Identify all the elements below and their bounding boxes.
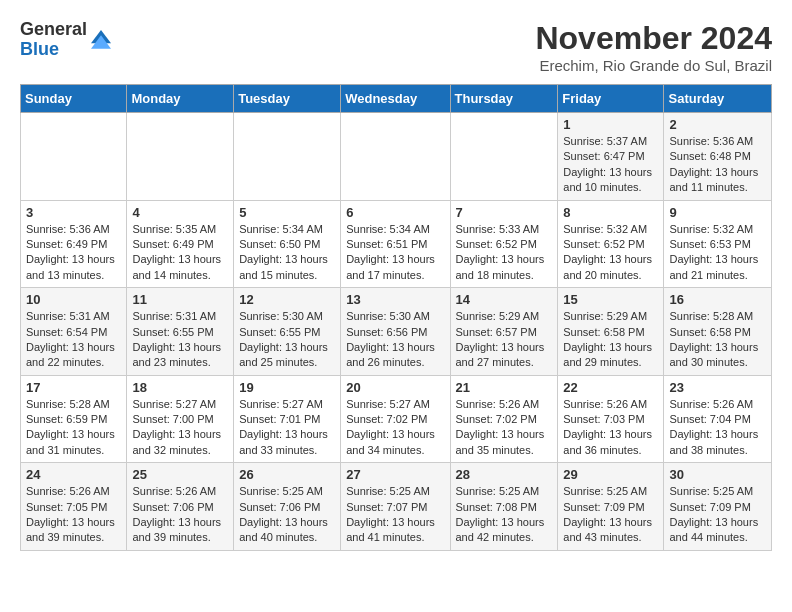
day-info: Sunrise: 5:27 AM bbox=[132, 397, 228, 412]
calendar-cell: 8Sunrise: 5:32 AMSunset: 6:52 PMDaylight… bbox=[558, 200, 664, 288]
day-info: Sunrise: 5:31 AM bbox=[132, 309, 228, 324]
day-info: Sunrise: 5:27 AM bbox=[346, 397, 444, 412]
day-info: Sunset: 7:09 PM bbox=[669, 500, 766, 515]
day-number: 8 bbox=[563, 205, 658, 220]
logo: General Blue bbox=[20, 20, 111, 60]
day-info: Sunset: 7:05 PM bbox=[26, 500, 121, 515]
calendar-cell: 1Sunrise: 5:37 AMSunset: 6:47 PMDaylight… bbox=[558, 113, 664, 201]
weekday-header: Saturday bbox=[664, 85, 772, 113]
day-info: Sunset: 7:06 PM bbox=[132, 500, 228, 515]
page-header: General Blue November 2024 Erechim, Rio … bbox=[20, 20, 772, 74]
day-info: Sunrise: 5:26 AM bbox=[669, 397, 766, 412]
day-info: Daylight: 13 hours and 43 minutes. bbox=[563, 515, 658, 546]
calendar-cell: 3Sunrise: 5:36 AMSunset: 6:49 PMDaylight… bbox=[21, 200, 127, 288]
day-info: Daylight: 13 hours and 39 minutes. bbox=[26, 515, 121, 546]
calendar-cell: 24Sunrise: 5:26 AMSunset: 7:05 PMDayligh… bbox=[21, 463, 127, 551]
day-info: Daylight: 13 hours and 13 minutes. bbox=[26, 252, 121, 283]
day-number: 3 bbox=[26, 205, 121, 220]
day-info: Sunrise: 5:25 AM bbox=[346, 484, 444, 499]
day-info: Sunset: 6:58 PM bbox=[563, 325, 658, 340]
day-number: 11 bbox=[132, 292, 228, 307]
calendar-cell: 9Sunrise: 5:32 AMSunset: 6:53 PMDaylight… bbox=[664, 200, 772, 288]
day-info: Daylight: 13 hours and 41 minutes. bbox=[346, 515, 444, 546]
calendar-cell: 13Sunrise: 5:30 AMSunset: 6:56 PMDayligh… bbox=[341, 288, 450, 376]
day-number: 14 bbox=[456, 292, 553, 307]
day-info: Sunset: 7:06 PM bbox=[239, 500, 335, 515]
day-info: Sunrise: 5:32 AM bbox=[669, 222, 766, 237]
day-number: 20 bbox=[346, 380, 444, 395]
day-info: Sunset: 7:02 PM bbox=[456, 412, 553, 427]
calendar-cell bbox=[127, 113, 234, 201]
day-info: Daylight: 13 hours and 31 minutes. bbox=[26, 427, 121, 458]
calendar-week-row: 24Sunrise: 5:26 AMSunset: 7:05 PMDayligh… bbox=[21, 463, 772, 551]
calendar-week-row: 1Sunrise: 5:37 AMSunset: 6:47 PMDaylight… bbox=[21, 113, 772, 201]
day-number: 12 bbox=[239, 292, 335, 307]
day-info: Sunrise: 5:25 AM bbox=[239, 484, 335, 499]
calendar-cell: 17Sunrise: 5:28 AMSunset: 6:59 PMDayligh… bbox=[21, 375, 127, 463]
day-info: Sunset: 7:01 PM bbox=[239, 412, 335, 427]
day-number: 17 bbox=[26, 380, 121, 395]
day-info: Sunset: 7:02 PM bbox=[346, 412, 444, 427]
logo-blue: Blue bbox=[20, 40, 87, 60]
calendar-cell: 25Sunrise: 5:26 AMSunset: 7:06 PMDayligh… bbox=[127, 463, 234, 551]
day-number: 28 bbox=[456, 467, 553, 482]
calendar-cell: 22Sunrise: 5:26 AMSunset: 7:03 PMDayligh… bbox=[558, 375, 664, 463]
calendar-cell: 19Sunrise: 5:27 AMSunset: 7:01 PMDayligh… bbox=[234, 375, 341, 463]
day-number: 26 bbox=[239, 467, 335, 482]
calendar-cell bbox=[450, 113, 558, 201]
weekday-header-row: SundayMondayTuesdayWednesdayThursdayFrid… bbox=[21, 85, 772, 113]
day-number: 25 bbox=[132, 467, 228, 482]
calendar-cell: 7Sunrise: 5:33 AMSunset: 6:52 PMDaylight… bbox=[450, 200, 558, 288]
day-number: 23 bbox=[669, 380, 766, 395]
day-info: Daylight: 13 hours and 18 minutes. bbox=[456, 252, 553, 283]
calendar-cell: 15Sunrise: 5:29 AMSunset: 6:58 PMDayligh… bbox=[558, 288, 664, 376]
day-info: Sunset: 6:47 PM bbox=[563, 149, 658, 164]
day-info: Daylight: 13 hours and 17 minutes. bbox=[346, 252, 444, 283]
weekday-header: Thursday bbox=[450, 85, 558, 113]
day-info: Daylight: 13 hours and 10 minutes. bbox=[563, 165, 658, 196]
day-info: Daylight: 13 hours and 20 minutes. bbox=[563, 252, 658, 283]
day-info: Sunrise: 5:26 AM bbox=[132, 484, 228, 499]
day-number: 18 bbox=[132, 380, 228, 395]
day-info: Daylight: 13 hours and 44 minutes. bbox=[669, 515, 766, 546]
calendar-cell: 21Sunrise: 5:26 AMSunset: 7:02 PMDayligh… bbox=[450, 375, 558, 463]
day-info: Sunrise: 5:30 AM bbox=[346, 309, 444, 324]
day-info: Sunset: 6:48 PM bbox=[669, 149, 766, 164]
day-number: 9 bbox=[669, 205, 766, 220]
day-info: Sunset: 7:04 PM bbox=[669, 412, 766, 427]
day-number: 7 bbox=[456, 205, 553, 220]
day-number: 2 bbox=[669, 117, 766, 132]
calendar-cell: 28Sunrise: 5:25 AMSunset: 7:08 PMDayligh… bbox=[450, 463, 558, 551]
day-number: 27 bbox=[346, 467, 444, 482]
day-info: Sunset: 6:56 PM bbox=[346, 325, 444, 340]
day-info: Sunrise: 5:28 AM bbox=[26, 397, 121, 412]
day-info: Sunrise: 5:25 AM bbox=[456, 484, 553, 499]
calendar-cell: 18Sunrise: 5:27 AMSunset: 7:00 PMDayligh… bbox=[127, 375, 234, 463]
day-info: Sunrise: 5:37 AM bbox=[563, 134, 658, 149]
calendar-cell: 5Sunrise: 5:34 AMSunset: 6:50 PMDaylight… bbox=[234, 200, 341, 288]
day-info: Sunset: 7:08 PM bbox=[456, 500, 553, 515]
day-info: Sunrise: 5:34 AM bbox=[239, 222, 335, 237]
day-info: Sunset: 7:00 PM bbox=[132, 412, 228, 427]
calendar-cell: 2Sunrise: 5:36 AMSunset: 6:48 PMDaylight… bbox=[664, 113, 772, 201]
day-number: 4 bbox=[132, 205, 228, 220]
calendar-week-row: 3Sunrise: 5:36 AMSunset: 6:49 PMDaylight… bbox=[21, 200, 772, 288]
calendar-cell bbox=[21, 113, 127, 201]
day-info: Daylight: 13 hours and 29 minutes. bbox=[563, 340, 658, 371]
day-info: Daylight: 13 hours and 36 minutes. bbox=[563, 427, 658, 458]
day-info: Daylight: 13 hours and 39 minutes. bbox=[132, 515, 228, 546]
calendar-cell: 26Sunrise: 5:25 AMSunset: 7:06 PMDayligh… bbox=[234, 463, 341, 551]
day-number: 21 bbox=[456, 380, 553, 395]
day-info: Sunrise: 5:32 AM bbox=[563, 222, 658, 237]
calendar-cell bbox=[234, 113, 341, 201]
calendar-cell bbox=[341, 113, 450, 201]
calendar-cell: 6Sunrise: 5:34 AMSunset: 6:51 PMDaylight… bbox=[341, 200, 450, 288]
day-info: Sunset: 6:52 PM bbox=[563, 237, 658, 252]
day-info: Sunrise: 5:36 AM bbox=[669, 134, 766, 149]
calendar-cell: 14Sunrise: 5:29 AMSunset: 6:57 PMDayligh… bbox=[450, 288, 558, 376]
weekday-header: Wednesday bbox=[341, 85, 450, 113]
calendar-cell: 10Sunrise: 5:31 AMSunset: 6:54 PMDayligh… bbox=[21, 288, 127, 376]
day-info: Daylight: 13 hours and 33 minutes. bbox=[239, 427, 335, 458]
day-info: Sunrise: 5:29 AM bbox=[563, 309, 658, 324]
day-number: 6 bbox=[346, 205, 444, 220]
